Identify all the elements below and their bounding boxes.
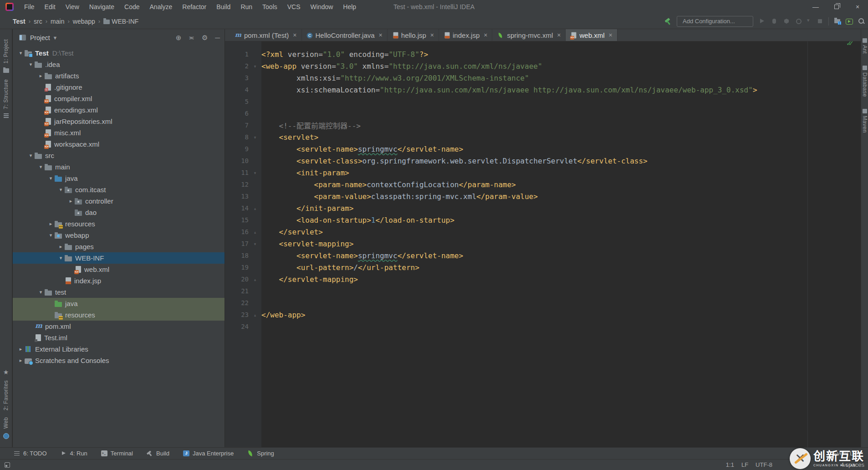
chevron-down-icon[interactable]: ▾: [57, 187, 65, 193]
code-line-15[interactable]: 15 <load-on-startup>1</load-on-startup>: [225, 214, 861, 226]
toolwindow-button-4-run[interactable]: 4: Run: [61, 450, 87, 457]
chevron-right-icon[interactable]: ▸: [67, 198, 75, 204]
menu-item-refactor[interactable]: Refactor: [178, 2, 210, 12]
add-configuration-button[interactable]: Add Configuration...: [677, 16, 753, 27]
toolwindow-button-build[interactable]: Build: [147, 450, 169, 457]
code-line-17[interactable]: 17▿ <servlet-mapping>: [225, 238, 861, 250]
coverage-icon[interactable]: [782, 17, 790, 25]
close-icon[interactable]: ×: [608, 31, 612, 39]
menu-item-vcs[interactable]: VCS: [283, 2, 305, 12]
code-line-8[interactable]: 8▿ <servlet>: [225, 131, 861, 143]
open-project-icon[interactable]: [833, 17, 841, 25]
close-icon[interactable]: ×: [293, 31, 296, 39]
menu-item-analyze[interactable]: Analyze: [146, 2, 177, 12]
hide-panel-icon[interactable]: ─: [215, 34, 220, 41]
code-line-6[interactable]: 6: [225, 107, 861, 119]
close-icon[interactable]: ×: [430, 31, 434, 39]
menu-item-edit[interactable]: Edit: [41, 2, 60, 12]
caret-position[interactable]: 1:1: [726, 461, 734, 468]
maximize-button[interactable]: [826, 0, 847, 14]
chevron-right-icon[interactable]: ▸: [37, 73, 45, 79]
profiler-icon[interactable]: [795, 17, 802, 25]
gear-icon[interactable]: ⚙: [202, 34, 208, 42]
toolwindow-button-java-enterprise[interactable]: Java Enterprise: [183, 450, 234, 457]
search-everywhere-icon[interactable]: [858, 17, 865, 25]
breadcrumb-item-src[interactable]: src: [34, 18, 42, 25]
code-line-20[interactable]: 20▵ </servlet-mapping>: [225, 273, 861, 285]
locate-file-icon[interactable]: ⊕: [176, 34, 182, 42]
code-line-16[interactable]: 16▵ </servlet>: [225, 226, 861, 238]
tool-strip-web[interactable]: Web: [3, 417, 9, 439]
code-line-2[interactable]: 2▿<web-app version="3.0" xmlns="http://j…: [225, 60, 861, 72]
code-line-22[interactable]: 22: [225, 297, 861, 309]
tree-item-test[interactable]: ▾test: [13, 286, 225, 298]
line-separator[interactable]: LF: [741, 461, 748, 468]
tree-item-scratches-and-consoles[interactable]: ▸Scratches and Consoles: [13, 355, 225, 366]
run-icon[interactable]: [758, 17, 766, 25]
code-line-11[interactable]: 11▿ <init-param>: [225, 167, 861, 179]
code-line-5[interactable]: 5: [225, 96, 861, 107]
tool-strip-maven[interactable]: Maven: [862, 109, 868, 133]
menu-item-code[interactable]: Code: [120, 2, 143, 12]
chevron-down-icon[interactable]: ▾: [57, 255, 65, 261]
code-line-12[interactable]: 12 <param-name>contextConfigLocation</pa…: [225, 179, 861, 190]
tree-item-dao[interactable]: dao: [13, 207, 225, 218]
menu-item-view[interactable]: View: [61, 2, 83, 12]
tree-item-web-xml[interactable]: web.xml: [13, 264, 225, 275]
chevron-down-icon[interactable]: ▾: [27, 61, 35, 67]
tree-item-test-iml[interactable]: Test.iml: [13, 332, 225, 343]
code-line-7[interactable]: 7 <!--配置前端控制器-->: [225, 119, 861, 131]
menu-item-run[interactable]: Run: [236, 2, 256, 12]
breadcrumb-item-main[interactable]: main: [51, 18, 64, 25]
menu-item-file[interactable]: File: [20, 2, 39, 12]
chevron-right-icon[interactable]: ▸: [57, 244, 65, 250]
code-line-24[interactable]: 24: [225, 321, 861, 332]
menu-item-help[interactable]: Help: [339, 2, 360, 12]
tool-strip-1-project[interactable]: 1: Project: [3, 39, 9, 73]
tree-item-pages[interactable]: ▸pages: [13, 241, 225, 252]
tree-item-artifacts[interactable]: ▸artifacts: [13, 70, 225, 82]
menu-item-tools[interactable]: Tools: [258, 2, 281, 12]
debug-icon[interactable]: [770, 17, 778, 25]
tool-strip-ant[interactable]: Ant: [862, 38, 868, 54]
tree-item-webapp[interactable]: ▾webapp: [13, 230, 225, 241]
code-line-19[interactable]: 19 <url-pattern>/</url-pattern>: [225, 261, 861, 273]
close-icon[interactable]: ×: [484, 31, 487, 39]
close-button[interactable]: ×: [847, 0, 868, 14]
tool-strip-2-favorites[interactable]: ★2: Favorites: [3, 368, 9, 410]
tool-strip-database[interactable]: Database: [862, 66, 868, 97]
tree-item-compiler-xml[interactable]: compiler.xml: [13, 93, 225, 104]
tree-item-misc-xml[interactable]: misc.xml: [13, 127, 225, 138]
toolwindow-button-spring[interactable]: Spring: [247, 450, 274, 457]
tree-item-test[interactable]: ▾TestD:\Test: [13, 47, 225, 59]
collapse-all-icon[interactable]: ≍: [189, 34, 194, 42]
fold-marker-icon[interactable]: ▿: [249, 135, 261, 140]
tree-item-main[interactable]: ▾main: [13, 161, 225, 173]
tree-item-gitignore[interactable]: .gitignore: [13, 82, 225, 93]
file-encoding[interactable]: UTF-8: [756, 461, 772, 468]
fold-marker-icon[interactable]: ▵: [249, 206, 261, 211]
stop-icon[interactable]: [816, 17, 824, 25]
fold-marker-icon[interactable]: ▵: [249, 230, 261, 235]
tree-item-workspace-xml[interactable]: workspace.xml: [13, 138, 225, 150]
code-line-18[interactable]: 18 <servlet-name>springmvc</servlet-name…: [225, 250, 861, 261]
tab-web-xml[interactable]: web.xml×: [566, 29, 617, 41]
tree-item-com-itcast[interactable]: ▾com.itcast: [13, 184, 225, 195]
code-line-14[interactable]: 14▵ </init-param>: [225, 202, 861, 214]
tool-strip-7-structure[interactable]: 7: Structure: [3, 79, 9, 118]
chevron-right-icon[interactable]: ▸: [47, 221, 55, 227]
tree-item-resources[interactable]: resources: [13, 309, 225, 321]
tree-item-jarrepositories-xml[interactable]: jarRepositories.xml: [13, 116, 225, 127]
close-icon[interactable]: ×: [379, 31, 383, 39]
tree-item-idea[interactable]: ▾.idea: [13, 59, 225, 70]
breadcrumb-item-test[interactable]: Test: [13, 18, 26, 25]
fold-marker-icon[interactable]: ▵: [249, 277, 261, 282]
toolwindow-toggle-icon[interactable]: [5, 462, 10, 468]
menu-item-build[interactable]: Build: [212, 2, 235, 12]
toolwindow-button-6-todo[interactable]: 6: TODO: [14, 450, 47, 457]
minimize-button[interactable]: —: [805, 0, 826, 14]
close-icon[interactable]: ×: [557, 31, 561, 39]
tree-item-web-inf[interactable]: ▾WEB-INF: [13, 252, 225, 264]
tab-pom-xml-test[interactable]: pom.xml (Test)×: [230, 29, 302, 41]
run-anything-icon[interactable]: [846, 19, 853, 25]
